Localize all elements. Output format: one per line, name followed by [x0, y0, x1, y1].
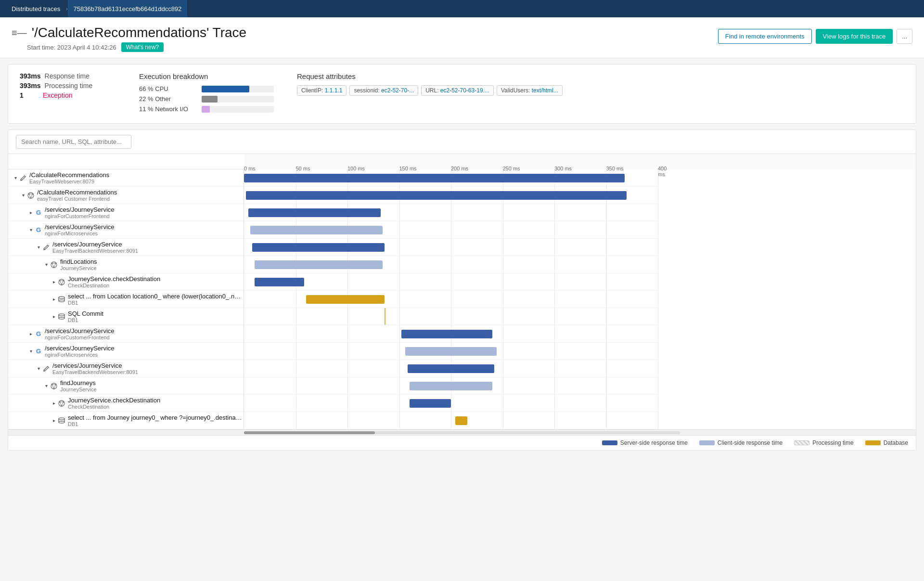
- attr-sessionid[interactable]: sessionid: ec2-52-70-...: [349, 85, 418, 96]
- gantt-bar-row-8: [244, 308, 658, 325]
- legend-db: Database: [865, 439, 908, 446]
- expand-btn-5[interactable]: ▾: [43, 261, 50, 268]
- exec-other-bar: [202, 96, 218, 103]
- legend-processing: Processing time: [794, 439, 853, 446]
- exception-row: 1 Exception: [20, 91, 116, 99]
- legend-db-swatch: [865, 440, 881, 445]
- scrollbar-track[interactable]: [244, 431, 680, 434]
- bar-7: [306, 295, 385, 304]
- attr-url[interactable]: URL: ec2-52-70-63-19....: [421, 85, 494, 96]
- gantt-name-row-4[interactable]: ▾/services/JourneyServiceEasyTravelBacke…: [8, 239, 244, 256]
- gantt-name-row-7[interactable]: ▸select ... from Location location0_ whe…: [8, 291, 244, 308]
- expand-btn-3[interactable]: ▾: [27, 227, 34, 233]
- node-name-4: /services/JourneyService: [52, 241, 138, 248]
- gantt-names-column: ▾/CalculateRecommendationsEasyTravelWebs…: [8, 169, 244, 429]
- gantt-name-row-1[interactable]: ▾/CalculateRecommendationseasyTravel Cus…: [8, 187, 244, 204]
- gantt-name-row-12[interactable]: ▾findJourneysJourneyService: [8, 377, 244, 395]
- gantt-name-row-5[interactable]: ▾findLocationsJourneyService: [8, 256, 244, 273]
- node-name-3: /services/JourneyService: [45, 223, 115, 231]
- response-time-label: Response time: [45, 72, 90, 80]
- find-remote-button[interactable]: Find in remote environments: [718, 29, 812, 44]
- node-sub-12: JourneyService: [60, 387, 97, 392]
- svg-point-25: [59, 300, 64, 302]
- gantt-bar-row-11: [244, 360, 658, 377]
- exec-network-bar-bg: [202, 106, 274, 113]
- expand-btn-0[interactable]: ▾: [12, 175, 19, 181]
- gantt-chart-inner: [244, 169, 658, 429]
- gantt-bar-row-6: [244, 273, 658, 291]
- svg-line-43: [60, 402, 62, 406]
- node-icon-5: [50, 260, 58, 269]
- expand-btn-12[interactable]: ▾: [43, 383, 50, 389]
- trace-search-input[interactable]: [16, 135, 131, 149]
- node-info-2: /services/JourneyServicenginxForCustomer…: [45, 206, 115, 219]
- node-name-2: /services/JourneyService: [45, 206, 115, 213]
- expand-btn-14[interactable]: ▸: [51, 417, 57, 424]
- attr-clientip[interactable]: ClientIP: 1.1.1.1: [297, 85, 346, 96]
- legend-client: Client-side response time: [699, 439, 783, 446]
- trace-panel: 0 ms50 ms100 ms150 ms200 ms250 ms300 ms3…: [8, 129, 916, 451]
- gantt-name-row-8[interactable]: ▸SQL CommitDB1: [8, 308, 244, 325]
- node-name-7: select ... from Location location0_ wher…: [68, 293, 244, 300]
- processing-time-row: 393ms Processing time: [20, 82, 116, 90]
- breadcrumb: Distributed traces › 75836b78ad6131eccef…: [0, 0, 924, 17]
- gantt-name-row-2[interactable]: ▸G/services/JourneyServicenginxForCustom…: [8, 204, 244, 221]
- whats-new-button[interactable]: What's new?: [121, 42, 164, 52]
- expand-btn-11[interactable]: ▾: [35, 365, 42, 372]
- exception-link[interactable]: Exception: [43, 91, 72, 99]
- exec-other-label: 22 % Other: [139, 95, 197, 103]
- svg-line-5: [29, 194, 31, 198]
- attr-validusers[interactable]: ValidUsers: text/html...: [497, 85, 563, 96]
- svg-line-20: [62, 281, 64, 284]
- chart-gridline-8: [658, 169, 658, 429]
- node-icon-10: G: [34, 347, 43, 356]
- gantt-name-row-13[interactable]: ▸JourneyService.checkDestinationCheckDes…: [8, 395, 244, 412]
- node-name-0: /CalculateRecommendations: [29, 171, 109, 179]
- gantt-name-row-3[interactable]: ▾G/services/JourneyServicenginxForMicros…: [8, 221, 244, 239]
- bar-4: [252, 243, 385, 252]
- gantt-name-row-0[interactable]: ▾/CalculateRecommendationsEasyTravelWebs…: [8, 169, 244, 187]
- node-sub-10: nginxForMicroservices: [45, 352, 115, 358]
- gantt-name-row-11[interactable]: ▾/services/JourneyServiceEasyTravelBacke…: [8, 360, 244, 377]
- expand-btn-6[interactable]: ▸: [51, 279, 57, 285]
- header-title-row: ≡— '/CalculateRecommendations' Trace: [12, 25, 246, 40]
- node-name-6: JourneyService.checkDestination: [68, 275, 160, 283]
- gantt-name-row-6[interactable]: ▸JourneyService.checkDestinationCheckDes…: [8, 273, 244, 291]
- exec-cpu-bar-bg: [202, 86, 274, 92]
- svg-point-30: [59, 317, 64, 319]
- legend-processing-swatch: [794, 440, 809, 445]
- breadcrumb-distributed-traces[interactable]: Distributed traces: [6, 0, 66, 17]
- node-sub-2: nginxForCustomerFrontend: [45, 213, 115, 219]
- more-options-button[interactable]: ...: [897, 29, 912, 44]
- breadcrumb-trace-id[interactable]: 75836b78ad6131eccefb664d1ddcc892: [68, 0, 188, 17]
- expand-btn-8[interactable]: ▸: [51, 313, 57, 320]
- gantt-name-row-9[interactable]: ▸G/services/JourneyServicenginxForCustom…: [8, 325, 244, 343]
- expand-btn-4[interactable]: ▾: [35, 244, 42, 251]
- bar-0: [244, 174, 625, 182]
- exec-network-bar: [202, 106, 210, 113]
- scrollbar-thumb[interactable]: [244, 431, 375, 434]
- node-sub-6: CheckDestination: [68, 283, 160, 288]
- node-sub-13: CheckDestination: [68, 404, 160, 410]
- view-logs-button[interactable]: View logs for this trace: [816, 29, 893, 44]
- response-time-value: 393ms: [20, 72, 41, 80]
- expand-btn-13[interactable]: ▸: [51, 400, 57, 407]
- legend-client-label: Client-side response time: [718, 439, 783, 446]
- expand-btn-10[interactable]: ▾: [27, 348, 34, 355]
- node-icon-12: [50, 382, 58, 390]
- node-icon-3: G: [34, 226, 43, 234]
- expand-btn-2[interactable]: ▸: [27, 209, 34, 216]
- gantt-name-row-10[interactable]: ▾G/services/JourneyServicenginxForMicros…: [8, 343, 244, 360]
- exec-cpu-label: 66 % CPU: [139, 85, 197, 92]
- node-sub-1: easyTravel Customer Frontend: [37, 196, 117, 202]
- expand-btn-9[interactable]: ▸: [27, 331, 34, 337]
- expand-btn-7[interactable]: ▸: [51, 296, 57, 303]
- node-info-9: /services/JourneyServicenginxForCustomer…: [45, 327, 115, 340]
- svg-point-45: [59, 418, 64, 420]
- node-info-8: SQL CommitDB1: [68, 310, 103, 323]
- gantt-name-row-14[interactable]: ▸select ... from Journey journey0_ where…: [8, 412, 244, 429]
- exec-cpu-bar: [202, 86, 249, 92]
- expand-btn-1[interactable]: ▾: [20, 192, 26, 199]
- node-sub-4: EasyTravelBackendWebserver:8091: [52, 248, 138, 254]
- node-icon-6: [57, 278, 66, 286]
